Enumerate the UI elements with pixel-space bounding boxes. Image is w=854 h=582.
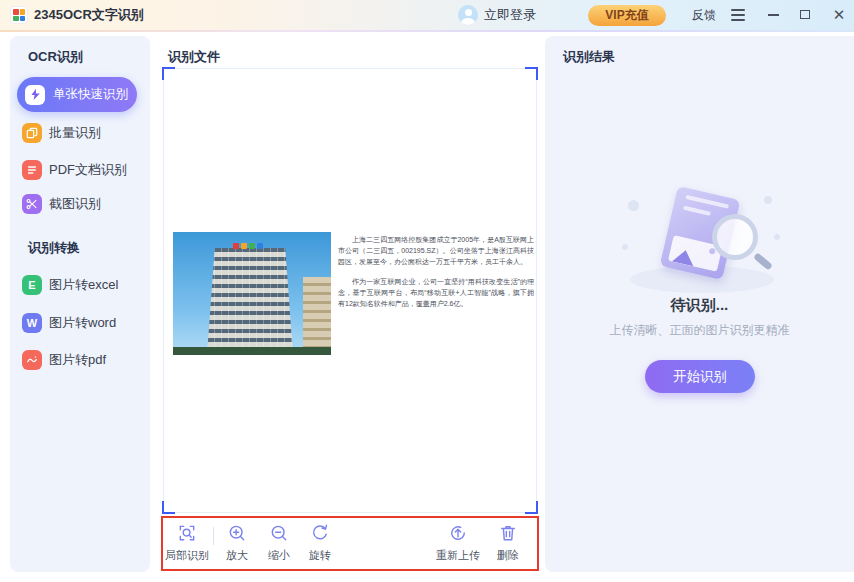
- sidebar-item-image-to-excel[interactable]: E 图片转excel: [22, 273, 142, 297]
- sidebar-item-label: 截图识别: [49, 195, 101, 213]
- sidebar-item-image-to-pdf[interactable]: 图片转pdf: [22, 348, 142, 372]
- uploaded-document-text: 上海二三四五网络控股集团成立于2005年，是A股互联网上市公司（二三四五，002…: [338, 234, 534, 318]
- sidebar-item-single-fast-recognize[interactable]: 单张快速识别: [17, 77, 137, 112]
- delete-button[interactable]: 删除: [478, 523, 538, 563]
- corner-bracket-icon: [162, 67, 175, 80]
- rotate-button[interactable]: 旋转: [290, 523, 350, 563]
- side-building-graphic: [303, 277, 331, 349]
- close-button[interactable]: ✕: [826, 0, 852, 30]
- recognize-result-title: 识别结果: [563, 48, 615, 66]
- corner-bracket-icon: [162, 501, 175, 514]
- sidebar-item-label: 单张快速识别: [53, 86, 128, 103]
- excel-icon: E: [22, 275, 42, 295]
- feedback-button[interactable]: 反馈: [692, 0, 716, 30]
- scissors-icon: [22, 194, 42, 214]
- magnifier-handle: [753, 252, 773, 270]
- sidebar-item-label: PDF文档识别: [49, 161, 127, 179]
- trees-graphic: [173, 347, 331, 355]
- minimize-button[interactable]: [760, 0, 786, 30]
- vip-recharge-button[interactable]: VIP充值: [588, 5, 666, 26]
- sidebar: [10, 36, 150, 572]
- sidebar-item-pdf-recognize[interactable]: PDF文档识别: [22, 158, 142, 182]
- maximize-button[interactable]: [792, 0, 818, 30]
- uploaded-image-building-photo: [173, 232, 331, 355]
- sidebar-item-batch-recognize[interactable]: 批量识别: [22, 121, 142, 145]
- pdf-wave-icon: [22, 350, 42, 370]
- login-label: 立即登录: [484, 6, 536, 24]
- start-recognize-button[interactable]: 开始识别: [645, 360, 755, 393]
- zoom-in-icon: [227, 523, 247, 543]
- menu-icon[interactable]: [731, 9, 745, 21]
- sidebar-section-convert: 识别转换: [28, 239, 80, 257]
- bolt-icon: [25, 85, 45, 105]
- user-avatar-icon: [458, 5, 478, 25]
- sidebar-section-ocr: OCR识别: [28, 48, 83, 66]
- trash-icon: [498, 523, 518, 543]
- document-paragraph: 作为一家互联网企业，公司一直坚持“用科技改变生活”的理念，基于互联网平台，布局“…: [338, 276, 534, 309]
- corner-bracket-icon: [525, 501, 538, 514]
- corner-bracket-icon: [525, 67, 538, 80]
- empty-state-illustration: [622, 192, 782, 294]
- sidebar-item-image-to-word[interactable]: W 图片转word: [22, 311, 142, 335]
- hint-text: 上传清晰、正面的图片识别更精准: [545, 322, 854, 339]
- recognize-file-title: 识别文件: [168, 48, 220, 66]
- word-icon: W: [22, 313, 42, 333]
- document-paragraph: 上海二三四五网络控股集团成立于2005年，是A股互联网上市公司（二三四五，002…: [338, 234, 534, 267]
- copy-icon: [22, 123, 42, 143]
- app-logo-icon: [10, 6, 28, 24]
- re-upload-icon: [448, 523, 468, 543]
- sidebar-item-label: 图片转pdf: [49, 351, 106, 369]
- app-title: 2345OCR文字识别: [34, 0, 144, 30]
- document-lines-icon: [22, 160, 42, 180]
- zoom-out-icon: [269, 523, 289, 543]
- titlebar-divider: [0, 30, 854, 32]
- login-button[interactable]: 立即登录: [458, 0, 536, 30]
- partial-recognize-icon: [177, 523, 197, 543]
- sidebar-item-screenshot-recognize[interactable]: 截图识别: [22, 192, 142, 216]
- status-text: 待识别...: [545, 296, 854, 315]
- rooftop-logo-graphic: [233, 243, 263, 249]
- rotate-icon: [310, 523, 330, 543]
- magnifier-icon: [712, 214, 758, 260]
- sidebar-item-label: 图片转word: [49, 314, 116, 332]
- building-graphic: [207, 248, 293, 355]
- sidebar-item-label: 批量识别: [49, 124, 101, 142]
- sidebar-item-label: 图片转excel: [49, 276, 118, 294]
